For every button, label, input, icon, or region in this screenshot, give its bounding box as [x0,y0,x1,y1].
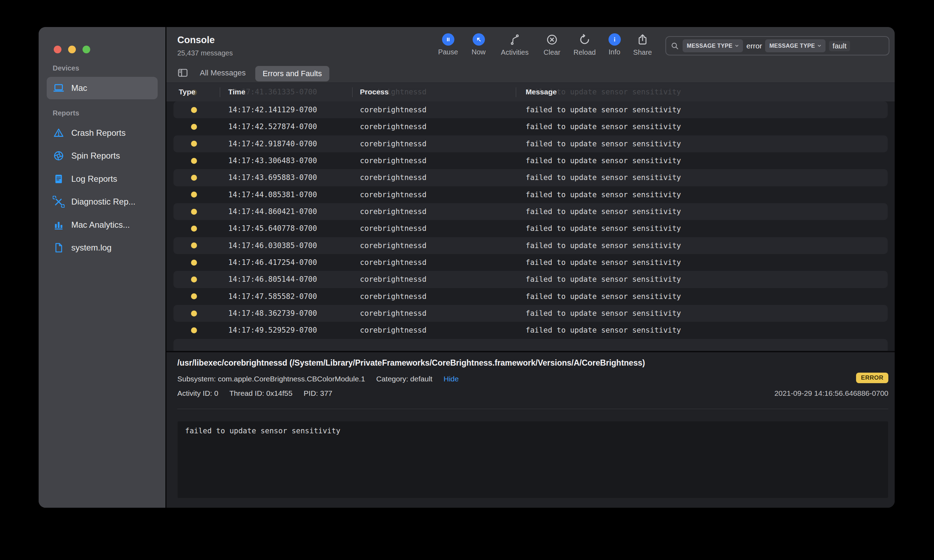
spinner-icon [53,150,65,162]
sidebar: DevicesMacReportsCrash ReportsSpin Repor… [39,27,165,508]
table-row[interactable]: 14:17:42.918740-0700corebrightnessdfaile… [166,135,895,152]
toolbar-button-label: Share [633,48,652,57]
row-process: corebrightnessd [360,322,427,338]
search-field[interactable]: MESSAGE TYPEerrorMESSAGE TYPEfault [665,36,889,55]
fault-dot-icon [191,158,197,164]
fault-dot-icon [191,277,197,283]
row-message: failed to update sensor sensitivity [526,254,681,271]
column-separator [220,88,220,97]
filter-token-2[interactable]: MESSAGE TYPE [765,39,826,52]
toolbar-button-label: Reload [573,48,595,57]
table-row[interactable]: 14:17:49.529529-0700corebrightnessdfaile… [166,322,895,338]
column-header-process[interactable]: Process [360,83,389,102]
table-row[interactable]: 14:17:46.030385-0700corebrightnessdfaile… [166,237,895,254]
file-icon [53,242,65,254]
row-process: corebrightnessd [360,237,427,254]
empty-row-stripe [166,339,895,351]
column-header-time[interactable]: Time [228,83,245,102]
table-row[interactable]: 14:17:46.805144-0700corebrightnessdfaile… [166,271,895,288]
sidebar-item-spin-reports[interactable]: Spin Reports [47,146,158,166]
warning-triangle-icon [53,127,65,139]
column-header-type[interactable]: Type [179,83,195,102]
filter-token-label: MESSAGE TYPE [687,43,732,49]
row-time: 14:17:45.640778-0700 [228,220,317,237]
chevron-down-icon [734,43,740,48]
sidebar-item-log-reports[interactable]: Log Reports [47,169,158,189]
filter-token-label: MESSAGE TYPE [769,43,815,49]
log-table-body: 14:17:42.141129-0700corebrightnessdfaile… [166,102,895,351]
share-button[interactable]: Share [627,33,658,57]
column-separator [352,88,353,97]
table-row[interactable]: 14:17:44.860421-0700corebrightnessdfaile… [166,203,895,220]
page-title: Console [177,35,215,46]
fault-dot-icon [191,124,197,130]
chevron-down-icon [817,43,822,48]
detail-pane: /usr/libexec/corebrightnessd (/System/Li… [166,352,895,508]
now-button[interactable]: Now [463,33,495,56]
minimize-button[interactable] [68,46,76,53]
activities-button[interactable]: Activities [499,33,530,57]
row-time: 14:17:48.362739-0700 [228,305,317,322]
doc-lines-icon [53,173,65,185]
table-row[interactable]: 14:17:42.141129-0700corebrightnessdfaile… [166,102,895,118]
fault-dot-icon [191,209,197,215]
sidebar-item-crash-reports[interactable]: Crash Reports [47,123,158,143]
row-message: failed to update sensor sensitivity [526,186,681,203]
pause-button[interactable]: Pause [432,33,464,56]
table-row[interactable]: 14:17:45.640778-0700corebrightnessdfaile… [166,220,895,237]
sidebar-item-mac-analytics[interactable]: Mac Analytics... [47,215,158,235]
fault-dot-icon [191,226,197,232]
category-label: Category: [376,375,408,383]
fault-dot-icon [191,107,197,113]
console-window: DevicesMacReportsCrash ReportsSpin Repor… [39,27,895,508]
info-button[interactable]: Info [599,33,630,56]
clear-button[interactable]: Clear [536,33,568,57]
tab-strip: All MessagesErrors and Faults [166,63,895,83]
column-separator [516,88,516,97]
table-row[interactable]: 14:17:48.362739-0700corebrightnessdfaile… [166,305,895,322]
tab-all-messages[interactable]: All Messages [200,63,246,83]
detail-message-text: failed to update sensor sensitivity [185,427,341,435]
row-message: failed to update sensor sensitivity [526,288,681,305]
row-time: 14:17:46.417254-0700 [228,254,317,271]
detail-separator [177,409,888,409]
filter-value-1[interactable]: error [746,42,762,50]
row-time: 14:17:42.918740-0700 [228,135,317,152]
subsystem-label: Subsystem: [177,375,216,383]
table-header: 14:17:41.361335-0700 corebrightnessd fai… [166,83,895,102]
table-row[interactable]: 14:17:44.085381-0700corebrightnessdfaile… [166,186,895,203]
table-row[interactable]: 14:17:43.695883-0700corebrightnessdfaile… [166,169,895,186]
table-row[interactable]: 14:17:46.417254-0700corebrightnessdfaile… [166,254,895,271]
table-row[interactable]: 14:17:47.585582-0700corebrightnessdfaile… [166,288,895,305]
toolbar-button-label: Now [472,48,485,56]
fault-dot-icon [191,328,197,333]
close-button[interactable] [54,46,62,53]
toolbar-button-label: Info [609,48,620,56]
toolbar-button-label: Pause [438,48,458,56]
table-row[interactable]: 14:17:42.527874-0700corebrightnessdfaile… [166,118,895,135]
detail-message-box: failed to update sensor sensitivity [177,421,888,498]
toolbar-button-label: Activities [501,48,529,57]
column-header-message[interactable]: Message [526,83,557,102]
row-message: failed to update sensor sensitivity [526,203,681,220]
sidebar-item-diagnostic-rep[interactable]: Diagnostic Rep... [47,192,158,212]
tab-errors-and-faults[interactable]: Errors and Faults [255,66,329,82]
filter-token-1[interactable]: MESSAGE TYPE [683,39,743,52]
filter-value-2[interactable]: fault [829,41,850,51]
hide-link[interactable]: Hide [444,375,459,383]
cursor-up-left-icon [473,33,485,46]
reload-button[interactable]: Reload [569,33,600,57]
table-row[interactable]: 14:17:43.306483-0700corebrightnessdfaile… [166,152,895,169]
sidebar-item-label: Diagnostic Rep... [71,197,136,207]
fault-dot-icon [191,175,197,181]
sidebar-item-system-log[interactable]: system.log [47,237,158,258]
sidebar-toggle-icon[interactable] [177,67,188,78]
sidebar-item-mac[interactable]: Mac [47,77,158,99]
row-time: 14:17:43.695883-0700 [228,169,317,186]
row-background [173,339,888,351]
detail-ids-line: Activity ID: 0 Thread ID: 0x14f55 PID: 3… [177,389,333,397]
row-process: corebrightnessd [360,102,427,118]
zoom-button[interactable] [83,46,90,53]
row-time: 14:17:43.306483-0700 [228,152,317,169]
fault-dot-icon [191,260,197,266]
